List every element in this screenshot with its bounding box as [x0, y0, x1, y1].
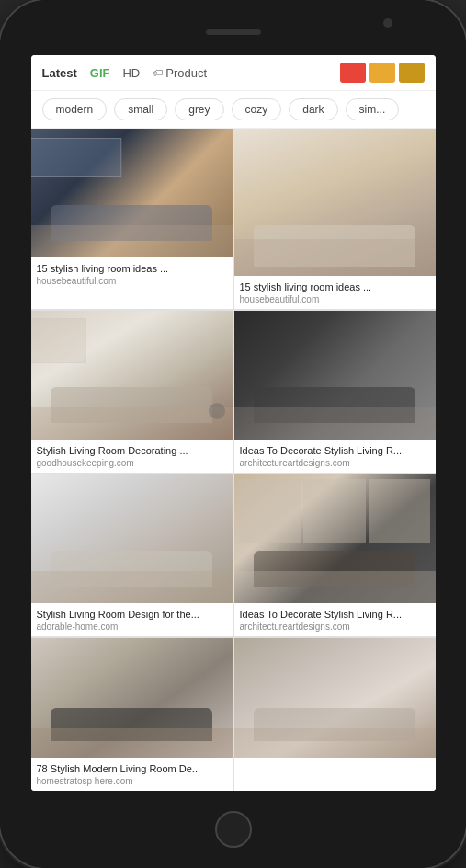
source-5: adorable-home.com [37, 622, 227, 632]
home-button[interactable] [215, 811, 252, 848]
product-label: Product [165, 66, 207, 80]
grid-item-6[interactable]: Ideas To Decorate Stylish Living R... ar… [234, 474, 436, 636]
image-grid: 15 stylish living room ideas ... housebe… [31, 129, 436, 791]
source-6: architectureartdesigns.com [240, 622, 430, 632]
title-1: 15 stylish living room ideas ... [37, 262, 227, 275]
swatch-yellow[interactable] [399, 63, 425, 83]
caption-7: 78 Stylish Modern Living Room De... home… [31, 758, 233, 788]
filter-tabs: Latest GIF HD 🏷 Product [31, 55, 436, 91]
caption-5: Stylish Living Room Design for the... ad… [31, 603, 233, 634]
color-swatches [340, 63, 425, 83]
phone-frame: Latest GIF HD 🏷 Product modern small gre… [0, 0, 466, 868]
caption-4: Ideas To Decorate Stylish Living R... ar… [234, 440, 436, 470]
source-1: housebeautiful.com [37, 276, 227, 286]
scroll-dot [209, 403, 225, 419]
swatch-red[interactable] [340, 63, 366, 83]
grid-item-1[interactable]: 15 stylish living room ideas ... housebe… [31, 129, 233, 309]
image-3 [31, 311, 233, 440]
image-7 [31, 638, 233, 758]
category-chips: modern small grey cozy dark sim... [31, 91, 436, 129]
image-8 [234, 638, 436, 758]
tag-icon: 🏷 [153, 67, 163, 78]
phone-bottom [0, 791, 466, 868]
title-7: 78 Stylish Modern Living Room De... [37, 762, 227, 775]
grid-item-2[interactable]: 15 stylish living room ideas ... housebe… [234, 129, 436, 309]
caption-3: Stylish Living Room Decorating ... goodh… [31, 440, 233, 470]
image-4 [234, 311, 436, 440]
grid-item-7[interactable]: 78 Stylish Modern Living Room De... home… [31, 638, 233, 791]
grid-item-8[interactable] [234, 638, 436, 791]
title-6: Ideas To Decorate Stylish Living R... [240, 608, 430, 621]
image-6 [234, 474, 436, 603]
chip-sim[interactable]: sim... [346, 98, 400, 120]
caption-8 [234, 758, 436, 765]
caption-1: 15 stylish living room ideas ... housebe… [31, 257, 233, 288]
tab-gif[interactable]: GIF [90, 66, 110, 80]
image-5 [31, 474, 233, 603]
title-4: Ideas To Decorate Stylish Living R... [240, 444, 430, 457]
chip-modern[interactable]: modern [42, 98, 108, 120]
tab-latest[interactable]: Latest [42, 66, 77, 80]
chip-grey[interactable]: grey [175, 98, 223, 120]
caption-6: Ideas To Decorate Stylish Living R... ar… [234, 603, 436, 634]
grid-item-5[interactable]: Stylish Living Room Design for the... ad… [31, 474, 233, 636]
tab-hd[interactable]: HD [122, 66, 140, 80]
chip-dark[interactable]: dark [289, 98, 337, 120]
source-2: housebeautiful.com [240, 294, 430, 304]
front-camera [383, 18, 392, 28]
grid-item-4[interactable]: Ideas To Decorate Stylish Living R... ar… [234, 311, 436, 473]
chip-small[interactable]: small [114, 98, 167, 120]
source-7: homestratosp here.com [37, 776, 227, 786]
title-3: Stylish Living Room Decorating ... [37, 444, 227, 457]
phone-top [0, 0, 466, 55]
caption-2: 15 stylish living room ideas ... housebe… [234, 276, 436, 306]
image-1 [31, 129, 233, 257]
screen: Latest GIF HD 🏷 Product modern small gre… [31, 55, 436, 791]
source-4: architectureartdesigns.com [240, 458, 430, 468]
speaker [206, 29, 261, 35]
tab-product[interactable]: 🏷 Product [153, 66, 207, 80]
title-5: Stylish Living Room Design for the... [37, 608, 227, 621]
chip-cozy[interactable]: cozy [232, 98, 282, 120]
swatch-orange[interactable] [369, 63, 395, 83]
grid-item-3[interactable]: Stylish Living Room Decorating ... goodh… [31, 311, 233, 473]
title-2: 15 stylish living room ideas ... [240, 280, 430, 293]
source-3: goodhousekeeping.com [37, 458, 227, 468]
image-2 [234, 129, 436, 276]
